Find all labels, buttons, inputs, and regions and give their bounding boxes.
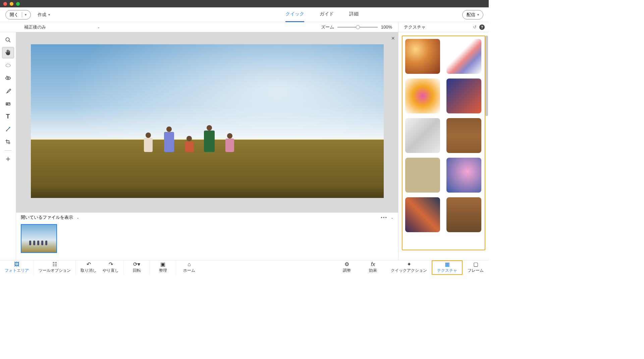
rotate-icon: ⟳▾ bbox=[133, 262, 140, 267]
bottom-photo-area[interactable]: 🖼 フォトエリア bbox=[0, 260, 34, 275]
frame-icon: ▢ bbox=[473, 262, 478, 267]
scrollbar[interactable] bbox=[485, 36, 488, 116]
open-button-label: 開く bbox=[10, 12, 18, 18]
text-tool[interactable]: T bbox=[2, 111, 14, 122]
zoom-value: 100% bbox=[381, 24, 392, 30]
open-split-divider bbox=[22, 12, 22, 17]
canvas-area[interactable]: × bbox=[16, 32, 398, 212]
bottom-adjust-label: 調整 bbox=[343, 268, 351, 273]
reset-icon[interactable]: ↺ bbox=[473, 24, 477, 30]
texture-kraft-paper[interactable] bbox=[405, 158, 440, 193]
quick-select-tool[interactable] bbox=[2, 60, 14, 71]
texture-wood-planks[interactable] bbox=[446, 197, 481, 232]
top-toolbar: 開く ▾ 作成 ▾ クイック ガイド 詳細 配信 ▾ bbox=[0, 7, 489, 22]
svg-point-7 bbox=[9, 127, 10, 128]
bottom-frame[interactable]: ▢ フレーム bbox=[463, 260, 489, 275]
chevron-down-icon[interactable]: ⌄ bbox=[391, 216, 393, 219]
chevron-down-icon: ▾ bbox=[48, 13, 50, 16]
bottom-photo-area-label: フォトエリア bbox=[5, 268, 29, 273]
bottom-home-label: ホーム bbox=[183, 268, 195, 273]
maximize-window-icon[interactable] bbox=[16, 2, 20, 6]
share-button[interactable]: 配信 ▾ bbox=[462, 10, 483, 19]
redo-icon: ↷ bbox=[109, 262, 113, 267]
zoom-label: ズーム bbox=[321, 24, 334, 30]
create-button[interactable]: 作成 ▾ bbox=[38, 12, 50, 18]
svg-point-2 bbox=[6, 64, 10, 67]
organize-icon: ▣ bbox=[160, 262, 165, 267]
tab-advanced[interactable]: 詳細 bbox=[349, 7, 359, 22]
texture-light-rays[interactable] bbox=[405, 118, 440, 153]
spot-heal-tool[interactable] bbox=[2, 98, 14, 109]
open-button[interactable]: 開く ▾ bbox=[5, 10, 31, 19]
zoom-slider[interactable] bbox=[337, 27, 378, 28]
tool-separator bbox=[5, 150, 11, 151]
hand-tool[interactable] bbox=[2, 47, 14, 58]
effects-icon: fx bbox=[371, 262, 375, 267]
tool-column: T bbox=[0, 32, 16, 260]
move-tool[interactable] bbox=[2, 153, 14, 165]
texture-bokeh-blue[interactable] bbox=[446, 158, 481, 193]
brush-tool[interactable] bbox=[2, 85, 14, 97]
chevron-down-icon[interactable]: ▾ bbox=[25, 13, 26, 16]
bottom-redo[interactable]: ↷ やり直し bbox=[103, 262, 119, 273]
canvas-image[interactable] bbox=[31, 44, 384, 198]
help-icon[interactable]: ? bbox=[479, 24, 485, 30]
right-panel-title: テクスチャ bbox=[404, 24, 426, 30]
chevron-down-icon: ⌄ bbox=[97, 25, 100, 29]
mode-tabs: クイック ガイド 詳細 bbox=[285, 7, 359, 22]
texture-color-burst[interactable] bbox=[405, 79, 440, 113]
texture-bokeh-hearts[interactable] bbox=[405, 39, 440, 74]
bottom-bar: 🖼 フォトエリア ☷ ツールオプション ↶ 取り消し ↷ やり直し ⟳▾ 回転 … bbox=[0, 260, 489, 275]
filmstrip-header: 開いているファイルを表示 bbox=[21, 214, 73, 220]
zoom-tool[interactable] bbox=[2, 34, 14, 46]
magic-wand-tool[interactable] bbox=[2, 123, 14, 135]
texture-gradient-sunset[interactable] bbox=[446, 79, 481, 113]
bottom-texture[interactable]: ▦ テクスチャ bbox=[432, 260, 463, 275]
texture-geometric[interactable] bbox=[405, 197, 440, 232]
zoom-controls: ズーム 100% bbox=[321, 24, 398, 30]
bottom-redo-label: やり直し bbox=[103, 268, 119, 273]
zoom-slider-thumb[interactable] bbox=[356, 25, 360, 29]
chevron-down-icon: ▾ bbox=[477, 13, 479, 16]
close-window-icon[interactable] bbox=[3, 2, 7, 6]
bottom-rotate-label: 回転 bbox=[133, 268, 141, 273]
tab-guide[interactable]: ガイド bbox=[320, 7, 334, 22]
filmstrip-thumbnail[interactable] bbox=[21, 224, 57, 253]
bottom-rotate[interactable]: ⟳▾ 回転 bbox=[124, 260, 150, 275]
bottom-quick-action[interactable]: ✦ クイックアクション bbox=[386, 260, 432, 275]
crop-tool[interactable] bbox=[2, 136, 14, 148]
bottom-effects[interactable]: fx 効果 bbox=[360, 260, 386, 275]
bottom-organize[interactable]: ▣ 整理 bbox=[150, 260, 176, 275]
texture-ink-splash[interactable] bbox=[446, 39, 481, 74]
minimize-window-icon[interactable] bbox=[10, 2, 13, 6]
filmstrip-more-icon[interactable]: ••• bbox=[381, 215, 387, 220]
center-area: × 開いているファイルを表示 ⌄ ••• ⌄ bbox=[16, 32, 398, 260]
bottom-frame-label: フレーム bbox=[468, 268, 484, 273]
view-mode-dropdown[interactable]: 補正後のみ ⌄ bbox=[16, 24, 100, 30]
view-mode-label: 補正後のみ bbox=[24, 24, 46, 30]
window-titlebar bbox=[0, 0, 489, 7]
tool-options-icon: ☷ bbox=[52, 262, 57, 267]
adjust-icon: ⚙ bbox=[344, 262, 349, 267]
right-panel bbox=[398, 32, 489, 260]
bottom-undo[interactable]: ↶ 取り消し bbox=[80, 262, 97, 273]
bottom-texture-label: テクスチャ bbox=[437, 268, 457, 273]
filmstrip: 開いているファイルを表示 ⌄ ••• ⌄ bbox=[16, 212, 398, 260]
texture-wood-grain[interactable] bbox=[446, 118, 481, 153]
right-panel-header: テクスチャ ↺ ? bbox=[398, 22, 489, 32]
quick-action-icon: ✦ bbox=[407, 262, 411, 267]
tab-quick[interactable]: クイック bbox=[285, 7, 304, 22]
bottom-adjust[interactable]: ⚙ 調整 bbox=[334, 260, 360, 275]
bottom-home[interactable]: ⌂ ホーム bbox=[176, 260, 202, 275]
close-icon[interactable]: × bbox=[391, 35, 395, 42]
home-icon: ⌂ bbox=[187, 262, 191, 267]
photo-area-icon: 🖼 bbox=[14, 262, 19, 267]
bottom-organize-label: 整理 bbox=[159, 268, 167, 273]
share-button-label: 配信 bbox=[467, 12, 475, 18]
bottom-tool-options[interactable]: ☷ ツールオプション bbox=[34, 260, 76, 275]
bottom-quick-action-label: クイックアクション bbox=[391, 268, 427, 273]
red-eye-tool[interactable] bbox=[2, 72, 14, 84]
chevron-down-icon[interactable]: ⌄ bbox=[76, 216, 79, 219]
create-button-label: 作成 bbox=[38, 12, 46, 18]
bottom-effects-label: 効果 bbox=[369, 268, 377, 273]
